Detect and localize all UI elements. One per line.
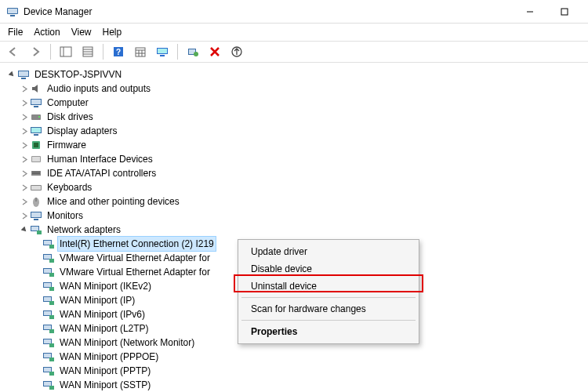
toolbar-separator <box>177 44 178 60</box>
svg-rect-66 <box>44 297 51 301</box>
network-icon <box>30 223 42 236</box>
help-button[interactable]: ? <box>110 43 127 60</box>
menu-action[interactable]: Action <box>34 27 60 38</box>
toolbar-separator <box>50 44 51 60</box>
hid-icon <box>30 153 42 165</box>
svg-rect-55 <box>49 245 54 249</box>
expander-icon[interactable] <box>19 128 30 135</box>
forward-button[interactable] <box>27 43 44 60</box>
tree-category[interactable]: Disk drives <box>3 110 585 124</box>
svg-rect-52 <box>37 230 42 234</box>
svg-rect-4 <box>561 9 568 15</box>
svg-rect-84 <box>44 382 51 386</box>
svg-rect-64 <box>49 287 54 291</box>
network-adapter-icon <box>42 322 55 335</box>
expander-icon[interactable] <box>19 85 30 93</box>
network-adapter-icon <box>42 294 55 307</box>
properties-button[interactable] <box>79 43 96 60</box>
tree-category[interactable]: Computer <box>3 96 585 110</box>
network-adapter-icon <box>42 280 55 292</box>
tree-category[interactable]: Mice and other pointing devices <box>3 194 585 209</box>
svg-rect-75 <box>44 339 51 343</box>
svg-rect-54 <box>44 241 51 245</box>
context-disable-device[interactable]: Disable device <box>240 260 417 278</box>
svg-rect-29 <box>31 100 41 104</box>
svg-rect-30 <box>34 106 38 107</box>
expander-icon[interactable] <box>19 100 30 107</box>
expander-icon[interactable] <box>19 170 30 177</box>
svg-text:?: ? <box>116 48 121 56</box>
titlebar: Device Manager <box>0 0 588 24</box>
svg-rect-20 <box>160 55 165 56</box>
svg-rect-82 <box>49 372 54 376</box>
tree-category[interactable]: IDE ATA/ATAPI controllers <box>3 166 585 180</box>
expander-icon[interactable] <box>19 114 30 121</box>
expander-icon[interactable] <box>19 198 30 205</box>
context-menu: Update driver Disable device Uninstall d… <box>238 239 419 344</box>
network-adapter-icon <box>42 336 55 349</box>
tree-device[interactable]: WAN Miniport (SSTP) <box>3 378 585 392</box>
back-button[interactable] <box>5 43 22 60</box>
minimize-button[interactable] <box>513 1 547 23</box>
expander-icon[interactable] <box>19 156 30 163</box>
svg-rect-76 <box>49 343 54 347</box>
svg-rect-41 <box>32 172 40 172</box>
context-scan-hardware[interactable]: Scan for hardware changes <box>240 300 417 318</box>
tree-category[interactable]: Display adapters <box>3 124 585 138</box>
context-uninstall-device[interactable]: Uninstall device <box>240 278 417 295</box>
update-driver-button[interactable] <box>228 43 245 60</box>
maximize-button[interactable] <box>547 1 582 23</box>
tree-category[interactable]: Keyboards <box>3 180 585 194</box>
show-hide-tree-button[interactable] <box>57 43 74 60</box>
expander-icon[interactable] <box>19 142 30 149</box>
menu-view[interactable]: View <box>71 27 92 38</box>
svg-rect-78 <box>44 354 51 358</box>
svg-rect-49 <box>34 219 38 220</box>
tree-category[interactable]: Monitors <box>3 209 585 223</box>
svg-rect-70 <box>49 315 54 319</box>
svg-rect-51 <box>31 227 38 230</box>
svg-rect-81 <box>44 368 51 372</box>
svg-rect-60 <box>44 269 51 273</box>
svg-rect-34 <box>31 128 41 132</box>
tree-device[interactable]: WAN Miniport (PPTP) <box>3 364 585 378</box>
menubar: File Action View Help <box>0 24 588 41</box>
window-controls <box>513 1 582 23</box>
tree-device[interactable]: WAN Miniport (PPPOE) <box>3 350 585 364</box>
network-adapter-icon <box>42 379 55 391</box>
monitor-button[interactable] <box>154 43 171 60</box>
expander-icon[interactable] <box>19 184 30 191</box>
context-update-driver[interactable]: Update driver <box>240 243 417 260</box>
svg-rect-67 <box>49 301 54 305</box>
monitor-icon <box>30 209 42 222</box>
tree-root[interactable]: DESKTOP-JSPIVVN <box>3 67 585 82</box>
network-adapter-icon <box>42 266 55 278</box>
svg-rect-72 <box>44 325 51 329</box>
tree-category[interactable]: Audio inputs and outputs <box>3 82 585 96</box>
tree-category[interactable]: Human Interface Devices <box>3 152 585 166</box>
menu-file[interactable]: File <box>8 27 23 38</box>
tree-category[interactable]: Firmware <box>3 138 585 152</box>
svg-rect-35 <box>34 134 38 136</box>
context-separator <box>241 320 416 321</box>
svg-rect-37 <box>34 143 38 147</box>
mouse-icon <box>30 195 42 208</box>
menu-help[interactable]: Help <box>103 27 122 38</box>
scan-hardware-button[interactable] <box>184 43 201 60</box>
network-adapter-icon <box>42 252 55 264</box>
expander-icon[interactable] <box>19 212 30 220</box>
network-adapter-icon <box>42 238 55 250</box>
context-properties[interactable]: Properties <box>240 323 417 340</box>
tree-category-network-adapters[interactable]: Network adapters <box>3 223 585 237</box>
calendar-button[interactable] <box>132 43 149 60</box>
expander-icon[interactable] <box>6 71 17 78</box>
tree-root-label: DESKTOP-JSPIVVN <box>33 67 123 82</box>
computer-icon <box>17 68 30 81</box>
svg-rect-5 <box>60 47 71 56</box>
svg-rect-73 <box>49 329 54 333</box>
expander-icon[interactable] <box>19 227 30 234</box>
context-separator <box>241 297 416 298</box>
device-manager-icon <box>6 5 19 18</box>
uninstall-button[interactable] <box>206 43 223 60</box>
audio-icon <box>30 82 42 95</box>
